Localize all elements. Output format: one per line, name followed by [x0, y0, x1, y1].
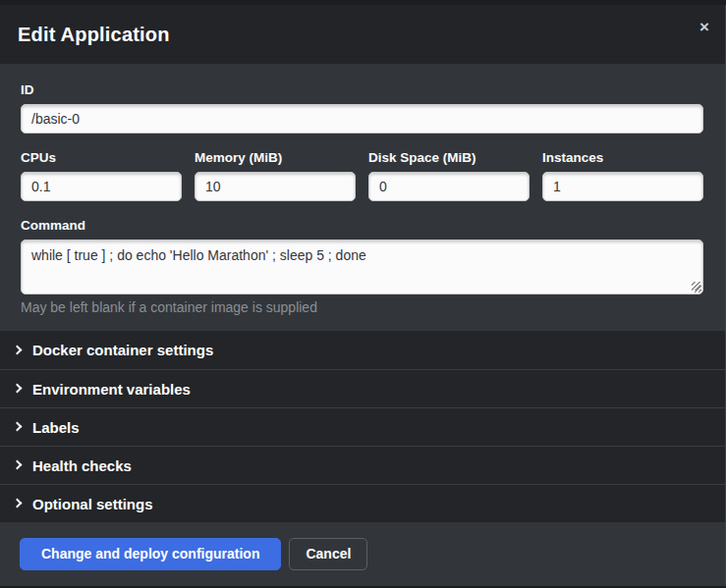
cancel-button[interactable]: Cancel — [289, 538, 367, 570]
modal-header: Edit Application × — [0, 5, 725, 64]
change-and-deploy-button[interactable]: Change and deploy configuration — [20, 538, 281, 570]
chevron-right-icon — [13, 422, 23, 432]
section-health-checks[interactable]: Health checks — [0, 446, 725, 484]
section-label: Docker container settings — [32, 342, 213, 358]
memory-input[interactable] — [195, 172, 356, 201]
disk-field-group: Disk Space (MiB) — [368, 151, 530, 201]
section-label: Health checks — [32, 457, 132, 474]
section-labels[interactable]: Labels — [0, 407, 725, 446]
cpus-input[interactable] — [21, 172, 182, 201]
section-label: Environment variables — [32, 381, 191, 398]
cpus-label: CPUs — [21, 151, 182, 165]
close-icon[interactable]: × — [699, 20, 709, 35]
modal-footer: Change and deploy configuration Cancel — [0, 522, 725, 586]
chevron-right-icon — [13, 499, 23, 508]
chevron-right-icon — [13, 460, 23, 470]
id-label: ID — [21, 83, 703, 97]
command-input[interactable]: while [ true ] ; do echo 'Hello Marathon… — [21, 240, 703, 294]
disk-label: Disk Space (MiB) — [368, 151, 530, 165]
memory-field-group: Memory (MiB) — [195, 151, 356, 201]
cpus-field-group: CPUs — [21, 151, 182, 201]
command-textarea-wrap: while [ true ] ; do echo 'Hello Marathon… — [21, 240, 703, 294]
chevron-right-icon — [13, 345, 23, 354]
command-help-text: May be left blank if a container image i… — [21, 299, 703, 315]
section-optional-settings[interactable]: Optional settings — [0, 484, 725, 522]
section-docker-container-settings[interactable]: Docker container settings — [0, 331, 725, 369]
instances-label: Instances — [542, 151, 703, 165]
instances-field-group: Instances — [542, 151, 703, 201]
chevron-right-icon — [13, 384, 23, 394]
section-label: Labels — [32, 419, 80, 436]
id-input[interactable] — [21, 104, 703, 134]
command-label: Command — [21, 219, 703, 233]
form-area: ID CPUs Memory (MiB) Disk Space (MiB) In… — [0, 64, 725, 331]
section-environment-variables[interactable]: Environment variables — [0, 369, 725, 407]
edit-application-modal: Edit Application × ID CPUs Memory (MiB) … — [0, 5, 726, 586]
modal-title: Edit Application — [18, 24, 170, 46]
instances-input[interactable] — [542, 172, 703, 201]
id-field-group: ID — [21, 83, 703, 134]
section-label: Optional settings — [32, 496, 153, 512]
command-field-group: Command while [ true ] ; do echo 'Hello … — [21, 219, 703, 315]
resources-row: CPUs Memory (MiB) Disk Space (MiB) Insta… — [21, 151, 703, 201]
memory-label: Memory (MiB) — [195, 151, 356, 165]
collapsible-sections: Docker container settings Environment va… — [0, 331, 725, 522]
disk-input[interactable] — [368, 172, 530, 201]
